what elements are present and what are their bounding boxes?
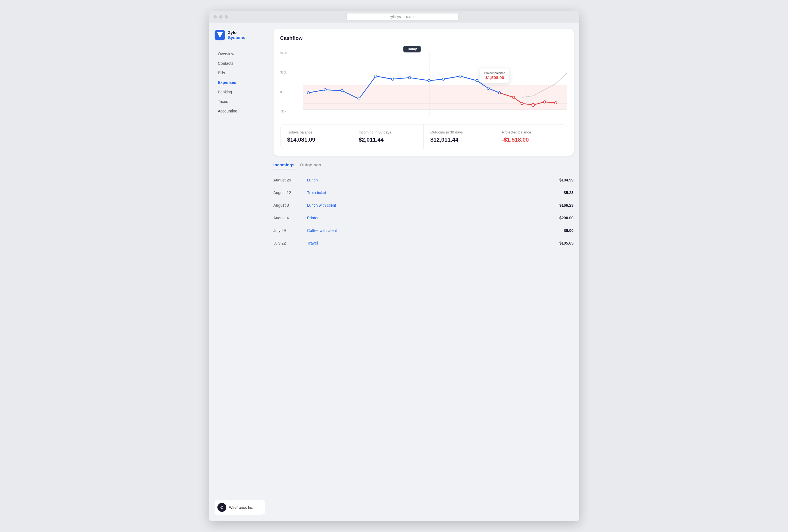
tx-date: August 4	[274, 216, 307, 220]
tx-date: August 20	[274, 178, 307, 182]
address-bar[interactable]: zylosystems.com	[347, 13, 459, 20]
stat-incoming-value: $2,011.44	[359, 137, 417, 143]
stat-projected-value: -$1,518.00	[502, 137, 560, 143]
tooltip-value: -$1,508.00	[484, 75, 505, 80]
svg-point-11	[374, 75, 377, 77]
logo-icon	[215, 30, 225, 40]
tx-amount: $104.99	[559, 178, 574, 182]
traffic-light-yellow[interactable]	[219, 15, 222, 19]
tx-amount: $105.63	[559, 241, 574, 245]
stat-incoming: Incoming in 30 days $2,011.44	[352, 124, 423, 149]
project-balance-tooltip: Project balance -$1,508.00	[480, 68, 509, 83]
svg-point-10	[358, 98, 360, 100]
tx-date: July 22	[274, 241, 307, 245]
svg-point-14	[428, 79, 430, 82]
tooltip-label: Project balance	[484, 71, 505, 75]
tx-date: August 12	[274, 191, 307, 195]
company-switcher[interactable]: ⊗ Wireframe, Inc	[215, 500, 265, 515]
traffic-light-green[interactable]	[225, 15, 228, 19]
transaction-list: August 20 Lunch $104.99 August 12 Train …	[274, 174, 574, 249]
table-row: August 8 Lunch with client $166.23	[274, 199, 574, 212]
table-row: August 12 Train ticket $5.23	[274, 186, 574, 199]
today-label: Today	[403, 46, 420, 53]
sidebar-item-banking[interactable]: Banking	[215, 87, 265, 97]
address-text: zylosystems.com	[390, 15, 415, 19]
svg-point-16	[459, 75, 461, 77]
company-name: Wireframe, Inc	[229, 505, 253, 510]
main-content: Cashflow Today $40k $20k 0 -$5k	[271, 23, 579, 521]
app-layout: Zylo Systems Overview Contacts Bills Exp…	[209, 23, 579, 521]
tx-name[interactable]: Lunch with client	[307, 203, 559, 208]
cashflow-chart	[280, 46, 567, 119]
tx-amount: $6.00	[564, 228, 573, 233]
svg-point-8	[324, 88, 326, 91]
logo-zylo: Zylo	[228, 30, 245, 35]
svg-point-15	[442, 78, 445, 80]
tx-name[interactable]: Coffee with client	[307, 228, 564, 233]
sidebar-item-contacts[interactable]: Contacts	[215, 59, 265, 68]
svg-point-25	[554, 101, 556, 104]
table-row: July 22 Travel $105.63	[274, 237, 574, 249]
svg-rect-5	[303, 85, 567, 110]
tx-amount: $200.00	[559, 216, 574, 220]
stat-projected: Projected balance -$1,518.00	[495, 124, 566, 149]
sidebar-item-bills[interactable]: Bills	[215, 68, 265, 77]
logo-area: Zylo Systems	[215, 30, 265, 40]
sidebar-item-expenses[interactable]: Expenses	[215, 78, 265, 87]
tx-date: August 8	[274, 203, 307, 208]
tabs-row: Incomings Outgoings	[274, 162, 574, 170]
tx-name[interactable]: Lunch	[307, 178, 559, 182]
tx-name[interactable]: Printer	[307, 216, 559, 220]
tx-name[interactable]: Travel	[307, 241, 559, 245]
svg-point-24	[543, 101, 545, 103]
sidebar-item-accounting[interactable]: Accounting	[215, 106, 265, 116]
stat-todays-balance-value: $14,081.09	[287, 137, 345, 143]
stats-row: Todays balance $14,081.09 Incoming in 30…	[280, 124, 567, 149]
tx-date: July 29	[274, 228, 307, 233]
svg-point-18	[487, 87, 489, 90]
browser-window: zylosystems.com Zylo Systems Overview Co…	[209, 11, 579, 521]
tx-amount: $166.23	[559, 203, 574, 208]
stat-outgoing: Outgoing in 30 days $12,011.44	[423, 124, 495, 149]
svg-point-22	[521, 102, 523, 105]
browser-titlebar: zylosystems.com	[209, 11, 579, 23]
table-row: August 20 Lunch $104.99	[274, 174, 574, 186]
cashflow-card: Cashflow Today $40k $20k 0 -$5k	[274, 28, 574, 156]
sidebar-item-overview[interactable]: Overview	[215, 50, 265, 58]
stat-todays-balance: Todays balance $14,081.09	[280, 124, 352, 149]
tx-name[interactable]: Train ticket	[307, 191, 564, 195]
sidebar: Zylo Systems Overview Contacts Bills Exp…	[209, 23, 271, 521]
stat-outgoing-label: Outgoing in 30 days	[430, 130, 488, 134]
cashflow-title: Cashflow	[280, 35, 567, 41]
stat-outgoing-value: $12,011.44	[430, 137, 488, 143]
svg-point-12	[391, 78, 394, 80]
logo-text: Zylo Systems	[228, 30, 245, 40]
traffic-light-red[interactable]	[214, 15, 217, 19]
tx-amount: $5.23	[564, 191, 573, 195]
stat-todays-balance-label: Todays balance	[287, 130, 345, 134]
tab-outgoings[interactable]: Outgoings	[300, 162, 321, 170]
svg-point-9	[341, 90, 343, 92]
svg-point-23	[532, 103, 534, 106]
svg-point-7	[307, 92, 310, 94]
stat-incoming-label: Incoming in 30 days	[359, 130, 417, 134]
svg-point-17	[476, 79, 478, 82]
svg-point-21	[512, 96, 514, 99]
svg-point-13	[408, 76, 410, 79]
stat-projected-label: Projected balance	[502, 130, 560, 134]
logo-systems: Systems	[228, 35, 245, 40]
transactions-section: Incomings Outgoings August 20 Lunch $104…	[274, 162, 574, 249]
company-avatar: ⊗	[217, 503, 226, 512]
chart-area: Today $40k $20k 0 -$5k	[280, 46, 567, 119]
table-row: July 29 Coffee with client $6.00	[274, 224, 574, 237]
nav-list: Overview Contacts Bills Expenses Banking…	[215, 50, 265, 116]
sidebar-item-taxes[interactable]: Taxes	[215, 97, 265, 106]
table-row: August 4 Printer $200.00	[274, 212, 574, 224]
tab-incomings[interactable]: Incomings	[274, 162, 295, 170]
